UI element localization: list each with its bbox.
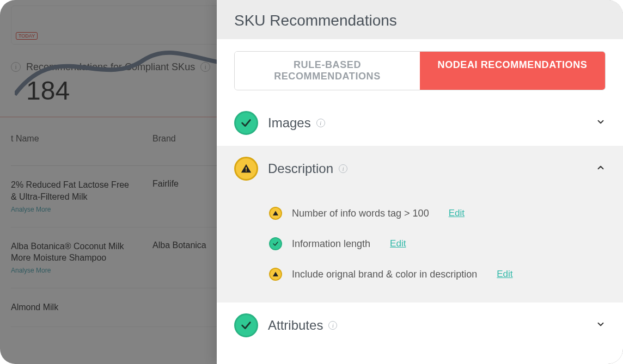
chevron-down-icon [596, 319, 606, 331]
sku-recommendations-panel: SKU Recommendations RULE-BASED RECOMMEND… [217, 0, 623, 364]
check-row: Information length Edit [269, 229, 606, 259]
edit-link[interactable]: Edit [449, 208, 465, 219]
svg-rect-1 [246, 170, 247, 171]
accordion-title: Description [268, 161, 333, 176]
chevron-down-icon [596, 117, 606, 129]
warning-icon [234, 157, 258, 181]
check-label: Number of info words tag > 100 [292, 208, 429, 219]
tab-rule-based[interactable]: RULE-BASED RECOMMENDATIONS [235, 52, 420, 90]
edit-link[interactable]: Edit [390, 238, 406, 249]
tab-nodeai[interactable]: NODEAI RECOMMENDATIONS [420, 52, 605, 90]
check-label: Include orignal brand & color in descrip… [292, 269, 477, 280]
panel-header: SKU Recommendations [217, 0, 623, 39]
accordion-header-description[interactable]: Description [217, 146, 623, 192]
check-icon [234, 111, 258, 135]
accordion-title: Attributes [268, 318, 323, 333]
check-icon [269, 237, 282, 250]
info-icon[interactable] [316, 119, 325, 127]
edit-link[interactable]: Edit [497, 269, 512, 280]
accordion-item-attributes: Attributes [217, 303, 623, 348]
info-icon[interactable] [328, 321, 337, 330]
svg-rect-0 [246, 167, 247, 170]
accordion-body-description: Number of info words tag > 100 Edit Info… [217, 192, 623, 303]
panel-title: SKU Recommendations [234, 12, 606, 29]
warning-icon [269, 268, 282, 281]
check-row: Number of info words tag > 100 Edit [269, 198, 606, 229]
check-row: Include orignal brand & color in descrip… [269, 259, 606, 289]
accordion-header-images[interactable]: Images [217, 100, 623, 146]
check-label: Information length [292, 238, 370, 250]
accordion-header-attributes[interactable]: Attributes [217, 303, 623, 348]
accordion-item-description: Description Number of info words tag > 1… [217, 146, 623, 303]
warning-icon [269, 207, 282, 220]
accordion-item-images: Images [217, 100, 623, 146]
check-icon [234, 313, 258, 337]
chevron-up-icon [596, 163, 606, 175]
accordion-title: Images [268, 115, 311, 131]
info-icon[interactable] [339, 164, 347, 173]
recommendation-tabs: RULE-BASED RECOMMENDATIONS NODEAI RECOMM… [234, 51, 606, 90]
